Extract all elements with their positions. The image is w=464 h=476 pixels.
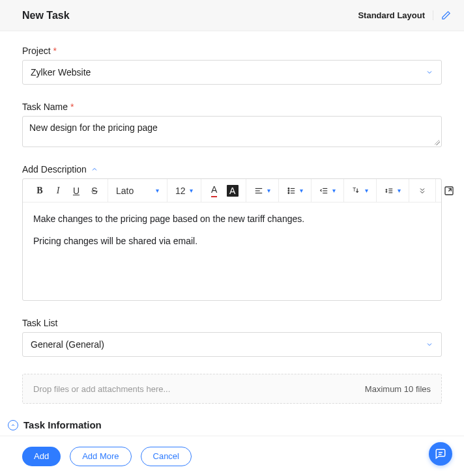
align-left-icon bbox=[254, 186, 263, 195]
description-line: Pricing changes will be shared via email… bbox=[33, 234, 431, 249]
project-label: Project* bbox=[22, 46, 442, 56]
rich-text-editor: B I U S Lato ▾ 12 ▾ bbox=[22, 178, 442, 301]
editor-toolbar: B I U S Lato ▾ 12 ▾ bbox=[23, 179, 441, 203]
description-input[interactable]: Make changes to the pricing page based o… bbox=[23, 203, 441, 300]
task-list-label-text: Task List bbox=[22, 318, 57, 328]
description-field-block: Add Description B I U S Lato ▾ bbox=[22, 164, 442, 301]
chevron-down-icon: ▾ bbox=[300, 187, 303, 194]
chevron-down-icon: ▾ bbox=[398, 187, 401, 194]
chevron-down-icon: ▾ bbox=[267, 187, 270, 194]
required-indicator: * bbox=[70, 102, 74, 112]
line-height-button[interactable]: ▾ bbox=[381, 182, 405, 200]
task-list-select-value: General (General) bbox=[31, 339, 104, 350]
task-name-label-text: Task Name bbox=[22, 102, 68, 112]
description-toggle[interactable]: Add Description bbox=[22, 164, 442, 175]
task-name-field-block: Task Name* New design for the pricing pa… bbox=[22, 102, 442, 147]
svg-point-5 bbox=[288, 190, 289, 191]
expand-icon bbox=[444, 186, 454, 196]
task-name-input[interactable]: New design for the pricing page bbox=[22, 116, 442, 147]
chevron-down-icon bbox=[426, 68, 433, 76]
attachment-dropzone[interactable]: Drop files or add attachments here... Ma… bbox=[22, 374, 442, 404]
task-list-field-block: Task List General (General) bbox=[22, 318, 442, 357]
font-size-value: 12 bbox=[175, 186, 186, 196]
required-indicator: * bbox=[53, 46, 57, 56]
strikethrough-button[interactable]: S bbox=[85, 182, 104, 200]
font-family-value: Lato bbox=[116, 186, 134, 196]
add-button[interactable]: Add bbox=[22, 447, 61, 466]
add-more-button[interactable]: Add More bbox=[70, 447, 131, 466]
task-list-label: Task List bbox=[22, 318, 442, 328]
font-family-select[interactable]: Lato ▾ bbox=[112, 182, 163, 200]
edit-layout-button[interactable] bbox=[433, 10, 451, 20]
project-select-value: Zylker Website bbox=[31, 67, 91, 77]
bullet-list-icon bbox=[287, 186, 296, 195]
dialog-footer: Add Add More Cancel bbox=[0, 436, 464, 476]
fullscreen-editor-button[interactable] bbox=[440, 182, 458, 200]
text-direction-icon: T bbox=[352, 186, 361, 195]
description-line: Make changes to the pricing page based o… bbox=[33, 212, 431, 227]
outdent-icon bbox=[319, 186, 328, 195]
task-information-section-header[interactable]: Task Information bbox=[8, 419, 442, 430]
svg-point-7 bbox=[288, 192, 289, 193]
description-label-text: Add Description bbox=[22, 164, 87, 175]
form-content: Project* Zylker Website Task Name* New d… bbox=[0, 31, 464, 436]
project-select[interactable]: Zylker Website bbox=[22, 60, 442, 85]
chevron-down-icon bbox=[426, 341, 433, 348]
dropzone-placeholder: Drop files or add attachments here... bbox=[33, 384, 170, 394]
page-title: New Task bbox=[22, 10, 70, 21]
collapse-icon bbox=[8, 420, 18, 430]
task-information-title: Task Information bbox=[23, 419, 102, 430]
bold-button[interactable]: B bbox=[31, 182, 49, 200]
chevron-down-icon: ▾ bbox=[365, 187, 368, 194]
project-field-block: Project* Zylker Website bbox=[22, 46, 442, 85]
more-tools-button[interactable] bbox=[413, 182, 431, 200]
task-list-select[interactable]: General (General) bbox=[22, 332, 442, 357]
header-actions: Standard Layout bbox=[358, 10, 451, 20]
dropzone-limit: Maximum 10 files bbox=[365, 384, 431, 394]
underline-button[interactable]: U bbox=[67, 182, 85, 200]
highlight-color-button[interactable]: A bbox=[224, 182, 242, 200]
chevron-down-icon: ▾ bbox=[190, 187, 193, 194]
chat-icon bbox=[435, 448, 446, 460]
project-label-text: Project bbox=[22, 46, 51, 56]
chevron-down-icon: ▾ bbox=[156, 187, 159, 194]
cancel-button[interactable]: Cancel bbox=[141, 447, 192, 466]
chevron-up-icon bbox=[91, 165, 98, 173]
text-direction-button[interactable]: T ▾ bbox=[348, 182, 372, 200]
align-button[interactable]: ▾ bbox=[250, 182, 274, 200]
layout-selector[interactable]: Standard Layout bbox=[358, 10, 425, 20]
task-name-label: Task Name* bbox=[22, 102, 442, 112]
dialog-header: New Task Standard Layout bbox=[0, 0, 464, 31]
svg-point-3 bbox=[288, 188, 289, 189]
font-size-select[interactable]: 12 ▾ bbox=[171, 182, 197, 200]
double-chevron-down-icon bbox=[418, 187, 426, 195]
italic-button[interactable]: I bbox=[49, 182, 67, 200]
list-button[interactable]: ▾ bbox=[283, 182, 307, 200]
task-name-value: New design for the pricing page bbox=[29, 122, 158, 133]
line-height-icon bbox=[384, 186, 394, 195]
svg-text:T: T bbox=[353, 187, 356, 193]
text-color-button[interactable]: A bbox=[205, 182, 224, 200]
pencil-icon bbox=[441, 10, 451, 20]
outdent-button[interactable]: ▾ bbox=[315, 182, 340, 200]
chevron-down-icon: ▾ bbox=[332, 187, 336, 194]
chat-fab[interactable] bbox=[429, 442, 452, 466]
